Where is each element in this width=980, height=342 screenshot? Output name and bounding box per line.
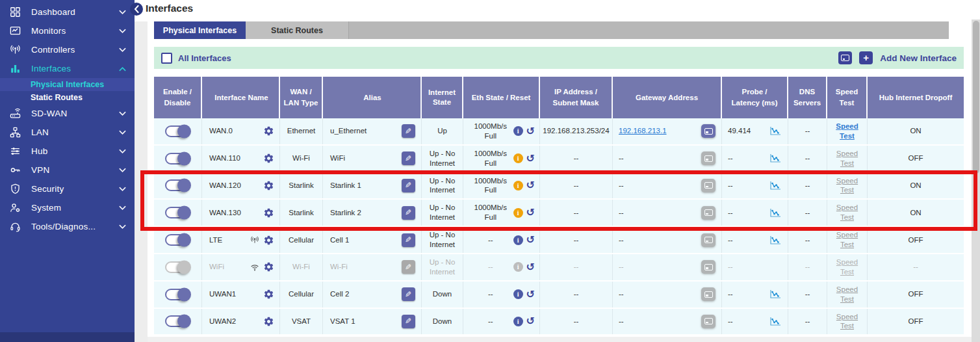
gear-icon[interactable] [263,289,274,300]
info-icon[interactable]: i [513,126,523,136]
sidebar-item-monitors[interactable]: Monitors [0,21,135,40]
sidebar-item-system[interactable]: System [0,198,135,217]
edit-alias-button[interactable]: ✎ [402,287,415,301]
sidebar-item-hub[interactable]: Hub [0,142,135,161]
edit-alias-button[interactable]: ✎ [402,206,415,220]
info-icon[interactable]: i [513,208,523,218]
enable-toggle[interactable] [165,261,190,273]
sidebar-footer [0,332,135,342]
ip-address: -- [574,208,579,218]
info-icon[interactable]: i [513,289,523,299]
remote-console-icon[interactable] [701,124,716,138]
latency-chart-icon[interactable] [769,317,782,326]
reset-icon[interactable]: ↺ [526,289,535,300]
internet-state: Up - No Internet [424,149,461,168]
sidebar-item-dashboard[interactable]: Dashboard [0,3,135,21]
chevron-down-icon[interactable] [119,149,126,154]
add-interface-button[interactable]: + [859,51,873,64]
chevron-down-icon[interactable] [119,205,126,211]
interface-name: WAN.110 [209,153,240,163]
reset-icon[interactable]: ↺ [526,316,535,326]
reset-icon[interactable]: ↺ [526,126,535,137]
enable-toggle[interactable] [165,315,190,327]
gear-icon[interactable] [263,316,274,327]
vertical-scrollbar[interactable] [972,20,980,342]
chevron-down-icon[interactable] [119,187,126,192]
interface-name: UWAN2 [209,317,236,326]
reset-icon[interactable]: ↺ [526,235,535,245]
chevron-down-icon[interactable] [119,224,126,230]
latency-chart-icon[interactable] [769,208,782,218]
latency-chart-icon[interactable] [769,289,782,299]
edit-alias-button[interactable]: ✎ [402,233,415,247]
scrollbar-thumb[interactable] [973,21,979,174]
gear-icon[interactable] [263,180,274,191]
col-header-interface-name: Interface Name [202,77,280,118]
enable-toggle[interactable] [165,289,190,300]
sidebar-item-controllers[interactable]: Controllers [0,40,135,59]
chevron-up-icon[interactable] [119,66,126,72]
pencil-icon: ✎ [405,127,411,135]
gateway-address[interactable]: 192.168.213.1 [619,126,667,136]
chevron-down-icon[interactable] [119,47,126,53]
gear-icon[interactable] [263,207,274,218]
collapse-sidebar-button[interactable] [130,3,143,16]
chevron-down-icon[interactable] [119,130,126,135]
enable-toggle[interactable] [165,207,190,218]
tab-static-routes[interactable]: Static Routes [246,21,349,39]
edit-alias-button[interactable]: ✎ [402,179,415,192]
info-icon[interactable]: i [513,153,523,163]
latency-chart-icon[interactable] [769,235,782,245]
sidebar-subitem-static-routes[interactable]: Static Routes [0,91,135,104]
sidebar-subitem-physical-interfaces[interactable]: Physical Interfaces [0,78,135,91]
sidebar-item-lan[interactable]: LAN [0,123,135,142]
sidebar-item-vpn[interactable]: VPN [0,161,135,179]
latency-chart-icon[interactable] [769,126,782,136]
chevron-down-icon[interactable] [119,29,126,34]
gear-icon[interactable] [263,153,274,164]
reset-icon[interactable]: ↺ [526,180,535,191]
chevron-down-icon[interactable] [119,10,126,15]
gear-icon[interactable] [263,235,274,246]
add-new-interface-label[interactable]: Add New Interface [880,53,957,63]
col-header-hub-internet-dropoff: Hub Internet Dropoff [868,77,964,118]
sidebar-item-interfaces[interactable]: Interfaces [0,59,135,78]
gear-icon[interactable] [263,261,274,272]
speed-test-link[interactable]: Speed Test [834,122,861,141]
gear-icon[interactable] [263,125,274,137]
enable-toggle[interactable] [165,153,190,164]
info-icon[interactable]: i [513,181,523,191]
alias: u_Ethernet [330,126,367,136]
latency-chart-icon[interactable] [769,181,782,191]
info-icon[interactable]: i [513,262,523,272]
wan-lan-type: Cellular [289,289,314,299]
column-view-button[interactable] [838,51,852,64]
chevron-down-icon[interactable] [119,168,126,173]
info-icon[interactable]: i [513,235,523,245]
reset-icon[interactable]: ↺ [526,207,535,218]
wan-lan-type: Ethernet [287,126,315,136]
sidebar-item-security[interactable]: Security [0,179,135,198]
sidebar-item-tools-diagnos[interactable]: Tools/Diagnos... [0,217,135,236]
edit-alias-button[interactable]: ✎ [402,124,415,138]
eth-state: 1000Mb/s Full [468,203,513,222]
enable-toggle[interactable] [165,234,190,246]
reset-icon[interactable]: ↺ [526,153,535,164]
chevron-down-icon[interactable] [119,111,126,116]
dns-servers: -- [805,153,810,163]
info-icon[interactable]: i [513,317,523,326]
latency-chart-icon[interactable] [769,153,782,163]
edit-alias-button[interactable]: ✎ [402,260,415,274]
edit-alias-button[interactable]: ✎ [402,151,415,165]
reset-icon[interactable]: ↺ [526,262,535,272]
enable-toggle[interactable] [165,125,190,137]
select-all-checkbox[interactable] [161,53,172,64]
speed-test-link: Speed Test [834,176,861,196]
hub-internet-dropoff: OFF [909,289,923,299]
enable-toggle[interactable] [165,179,190,191]
sidebar-item-sd-wan[interactable]: SD-WAN [0,104,135,123]
tab-physical-interfaces[interactable]: Physical Interfaces [154,21,246,39]
edit-alias-button[interactable]: ✎ [402,315,415,328]
gateway-address: -- [619,235,624,245]
wifi-icon [250,262,260,272]
